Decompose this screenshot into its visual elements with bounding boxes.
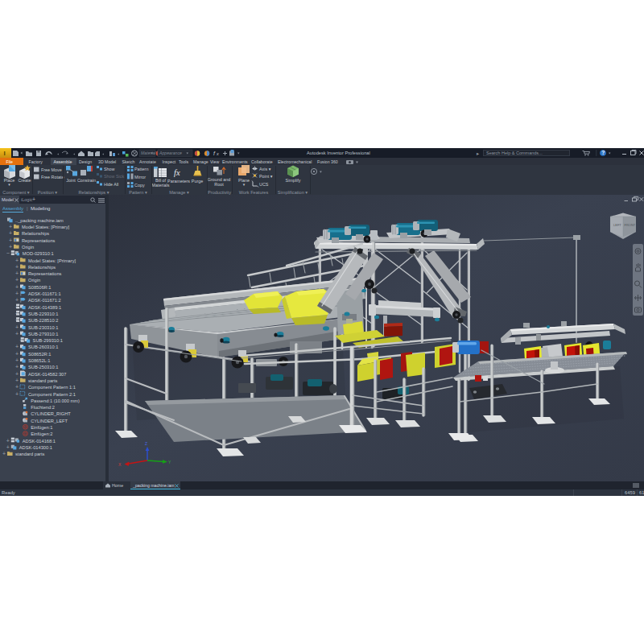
svg-text:+: + — [15, 357, 19, 363]
svg-text:ADSK-014168:1: ADSK-014168:1 — [23, 439, 56, 444]
svg-text:+: + — [15, 324, 19, 330]
svg-text:S08652L:1: S08652L:1 — [28, 358, 51, 363]
svg-text:+: + — [15, 344, 19, 349]
svg-text:CYLINDER_RIGHT: CYLINDER_RIGHT — [31, 411, 71, 416]
svg-text:Relationships: Relationships — [28, 265, 56, 270]
svg-text:SUB-299310:1: SUB-299310:1 — [33, 338, 63, 343]
svg-text:+: + — [15, 297, 19, 303]
svg-text:−: − — [6, 250, 10, 256]
svg-text:S08506R:1: S08506R:1 — [28, 285, 51, 290]
svg-text:Representations: Representations — [28, 271, 62, 276]
svg-text:+: + — [9, 230, 12, 236]
svg-text:Component Pattern 1:1: Component Pattern 1:1 — [28, 385, 76, 390]
svg-text:SUB-230310:1: SUB-230310:1 — [28, 325, 58, 330]
svg-text:.._packing machine.iam: .._packing machine.iam — [15, 218, 64, 223]
svg-text:SUB-260310:1: SUB-260310:1 — [28, 345, 58, 349]
svg-text:+: + — [15, 391, 19, 397]
svg-text:Appearance: Appearance — [159, 151, 182, 155]
svg-text:Fluchtend:2: Fluchtend:2 — [31, 405, 55, 410]
svg-text:f: f — [213, 151, 216, 156]
svg-text:+: + — [9, 244, 12, 250]
svg-text:Relationships: Relationships — [22, 231, 49, 236]
svg-text:Origin: Origin — [28, 278, 40, 283]
svg-text:Component Pattern 2:1: Component Pattern 2:1 — [28, 392, 76, 397]
svg-text:+: + — [15, 291, 19, 296]
svg-text:+: + — [15, 264, 19, 270]
svg-text:+: + — [6, 444, 10, 450]
svg-text:SUB-229310:1: SUB-229310:1 — [28, 312, 58, 316]
svg-text:standard parts: standard parts — [15, 452, 45, 456]
svg-text:+: + — [15, 258, 19, 263]
svg-text:Origin: Origin — [22, 245, 34, 250]
svg-text:SUB-250310:1: SUB-250310:1 — [28, 365, 58, 369]
svg-text:ADSK-014389:1: ADSK-014389:1 — [28, 305, 61, 310]
svg-text:+: + — [15, 277, 19, 283]
svg-text:ADSK-011671:2: ADSK-011671:2 — [28, 298, 61, 303]
svg-text:Einfügen:1: Einfügen:1 — [31, 425, 52, 430]
svg-text:+: + — [15, 270, 19, 276]
svg-text:+: + — [15, 371, 19, 377]
svg-text:ADSK-014300:1: ADSK-014300:1 — [19, 445, 52, 450]
svg-text:+: + — [15, 351, 19, 357]
svg-text:+: + — [15, 284, 19, 290]
svg-text:?: ? — [601, 150, 605, 155]
svg-text:Passend:1 (10.000 mm): Passend:1 (10.000 mm) — [31, 398, 80, 403]
svg-text:CYLINDER_LEFT: CYLINDER_LEFT — [31, 419, 68, 423]
svg-text:+: + — [2, 451, 6, 456]
svg-text:MOD-029310:1: MOD-029310:1 — [23, 251, 54, 256]
svg-text:+: + — [15, 384, 19, 390]
svg-text:Model States: [Primary]: Model States: [Primary] — [22, 225, 70, 229]
svg-text:x: x — [216, 151, 219, 156]
svg-text:+: + — [15, 378, 19, 383]
svg-text:SUB-228510:2: SUB-228510:2 — [28, 318, 58, 323]
svg-text:ADSK-011671:1: ADSK-011671:1 — [28, 291, 61, 296]
svg-text:SUB-279310:1: SUB-279310:1 — [28, 332, 58, 336]
svg-text:S08652R:1: S08652R:1 — [28, 352, 51, 357]
svg-text:LEFT: LEFT — [613, 223, 621, 227]
svg-text:+: + — [15, 364, 19, 369]
svg-text:Z: Z — [145, 441, 147, 446]
svg-text:Einfügen:2: Einfügen:2 — [31, 431, 52, 436]
svg-text:+: + — [6, 438, 10, 444]
svg-text:Representations: Representations — [22, 238, 56, 243]
svg-text:FRONT: FRONT — [625, 223, 636, 227]
svg-text:+: + — [15, 331, 19, 336]
svg-text:+: + — [9, 237, 12, 243]
svg-text:+: + — [9, 224, 12, 229]
svg-text:standard parts: standard parts — [28, 378, 58, 383]
svg-text:ADSK-014582:307: ADSK-014582:307 — [28, 372, 66, 377]
svg-text:Material: Material — [141, 151, 156, 155]
svg-text:Model States: [Primary]: Model States: [Primary] — [28, 258, 76, 263]
svg-text:fx: fx — [174, 168, 180, 177]
